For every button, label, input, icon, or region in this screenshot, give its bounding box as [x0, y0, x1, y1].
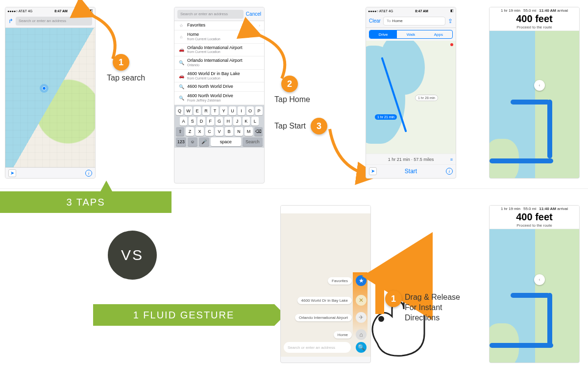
info-button[interactable]: i [85, 170, 92, 177]
step-3-label: Tap Start [274, 122, 306, 131]
nav-map[interactable]: ‹ [490, 31, 579, 178]
recenter-button[interactable]: ‹ [534, 274, 545, 285]
phone-navigation-bottom: 1 hr 19 min55.0 mi 11:40 AM arrival 400 … [489, 205, 580, 363]
phone-gesture: Favorites ★ 4600 World Dr in Bay Lake ✕ … [280, 205, 371, 363]
suggestion-list: ☆ Favorites › ⌂Homefrom Current Location… [174, 21, 264, 105]
map-toolbar: ➤ i [5, 167, 95, 178]
gesture-search[interactable]: Search or enter an address [284, 342, 351, 353]
route-summary: 1 hr 21 min · 57.5 miles ≡ [366, 154, 456, 164]
seg-walk[interactable]: Walk [397, 30, 424, 38]
gesture-map[interactable]: Favorites ★ 4600 World Dr in Bay Lake ✕ … [281, 213, 370, 357]
gesture-chip[interactable]: Home [334, 331, 352, 339]
seg-drive[interactable]: Drive [369, 30, 397, 38]
list-item[interactable]: 🔍4600 North World Drive [174, 82, 264, 92]
destination-field[interactable]: ToHome [383, 17, 445, 26]
phone-route: ●●●●○ AT&T 4G 8:47 AM ◧ Clear ToHome ⇪ D… [366, 7, 456, 179]
map[interactable] [5, 28, 95, 167]
route-header: Clear ToHome ⇪ [366, 14, 456, 28]
clock: 8:47 AM [54, 9, 68, 13]
gesture-badge-1: 1 [385, 290, 402, 307]
step-1-label: Tap search [107, 74, 145, 82]
recenter-button[interactable]: ‹ [534, 80, 545, 91]
star-icon: ☆ [178, 23, 184, 28]
nav-instruction: Proceed to the route [516, 25, 552, 29]
svg-point-0 [378, 316, 384, 322]
phone-navigation-top: 1 hr 19 min55.0 mi 11:40 AM arrival 400 … [489, 7, 580, 179]
car-icon: 🚗 [178, 47, 184, 52]
gesture-chip[interactable]: 4600 World Dr in Bay Lake [297, 297, 352, 304]
locate-button[interactable]: ➤ [8, 169, 16, 177]
chevron-right-icon: › [259, 23, 260, 28]
list-item[interactable]: ⌂Homefrom Current Location [174, 30, 264, 44]
vs-circle: VS [108, 231, 157, 280]
gesture-chip[interactable]: Orlando International Airport [295, 314, 352, 321]
search-input-2[interactable]: Search or enter an address [177, 10, 244, 19]
search-icon: 🔍 [178, 96, 184, 101]
nav-header: 1 hr 19 min55.0 mi 11:40 AM arrival 400 … [490, 206, 579, 229]
directions-icon[interactable]: ↱ [8, 18, 13, 25]
banner-gesture: 1 FLUID GESTURE [93, 304, 274, 326]
share-icon[interactable]: ⇪ [448, 18, 453, 25]
route-map[interactable]: 1 hr 21 min 1 hr 28 min [366, 41, 456, 154]
eta-pill-1: 1 hr 21 min [375, 114, 397, 120]
cancel-button[interactable]: Cancel [246, 11, 261, 17]
search-bar-2: Search or enter an address Cancel [174, 7, 264, 21]
transport-segmented[interactable]: Drive Walk Apps [369, 30, 453, 39]
destination-pin [450, 43, 453, 46]
step-2-label: Tap Home [274, 95, 310, 104]
list-item[interactable]: 🔍4600 North World DriveFrom Jeffrey Zeld… [174, 92, 264, 105]
favorites-row[interactable]: ☆ Favorites › [174, 21, 264, 30]
gesture-caption: Drag & ReleaseFor InstantDirections [405, 292, 460, 323]
clear-button[interactable]: Clear [369, 18, 381, 24]
step-badge-3: 3 [311, 118, 327, 134]
current-location-dot [40, 84, 49, 93]
carrier: ●●●●○ AT&T 4G [7, 9, 32, 13]
divider [0, 188, 588, 189]
start-bar: ➤ Start i [366, 164, 456, 177]
eta-pill-2: 1 hr 28 min [415, 95, 438, 101]
step-badge-2: 2 [281, 76, 298, 92]
gesture-arrow-up [372, 272, 387, 316]
list-item[interactable]: 🚗4600 World Dr in Bay Lakefrom Current L… [174, 70, 264, 83]
phone-suggestions: Search or enter an address Cancel ☆ Favo… [174, 7, 265, 183]
star-chip-icon[interactable]: ★ [356, 275, 367, 286]
search-icon: 🔍 [178, 84, 184, 89]
status-bar: ●●●●○ AT&T 4G 8:47 AM ◧ [366, 7, 456, 14]
start-button[interactable]: Start [405, 168, 417, 175]
nav-header: 1 hr 19 min55.0 mi 11:40 AM arrival 400 … [490, 7, 579, 31]
keyboard[interactable]: QWERTYUIOP ASDFGHJKL ⇧ZXCVBNM⌫ 123☺🎤spac… [174, 105, 264, 148]
search-icon: 🔍 [178, 60, 184, 65]
gesture-chip[interactable]: Favorites [328, 277, 352, 285]
step-badge-1: 1 [113, 54, 129, 71]
list-icon[interactable]: ≡ [450, 157, 453, 162]
search-input[interactable]: Search or enter an address [16, 17, 92, 26]
list-item[interactable]: 🚗Orlando International Airportfrom Curre… [174, 44, 264, 57]
nav-map[interactable]: ‹ [490, 229, 579, 363]
list-item[interactable]: 🔍Orlando International AirportOrlando [174, 56, 264, 70]
banner-taps: 3 TAPS [0, 191, 172, 213]
next-distance: 400 feet [516, 13, 553, 25]
home-icon: ⌂ [178, 34, 184, 39]
status-bar: ●●●●○ AT&T 4G 8:47 AM ◧ [5, 7, 95, 14]
search-bar: ↱ Search or enter an address [5, 14, 95, 28]
info-button[interactable]: i [446, 168, 453, 175]
phone-search: ●●●●○ AT&T 4G 8:47 AM ◧ ↱ Search or ente… [5, 7, 96, 179]
car-icon: 🚗 [178, 74, 184, 78]
seg-apps[interactable]: Apps [425, 30, 452, 38]
locate-button[interactable]: ➤ [369, 167, 377, 175]
